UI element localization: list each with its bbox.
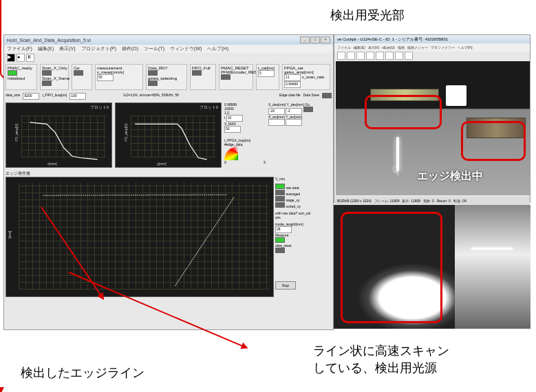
plot-pd-x[interactable]: プロット0 PD_amp[V] x[mm] [6, 102, 112, 168]
run-icon[interactable]: ▶ [7, 54, 15, 62]
sortedxy-led[interactable] [275, 202, 285, 208]
cam-tool-7[interactable] [395, 52, 403, 60]
yact-val [286, 119, 302, 126]
object-silhouette [455, 205, 530, 329]
scanrate-input[interactable]: 0.99499 [284, 81, 301, 88]
avg-led[interactable] [275, 190, 285, 195]
window-title: Hold_Scan_And_Data_Acquisition_5.vi [7, 38, 91, 43]
cam-status-bar: BGRAB (1280 x 1024) フレーム: 11809 表示: 1180… [334, 197, 530, 205]
datasave-led[interactable] [322, 93, 332, 98]
vmax-input[interactable]: 50 [224, 126, 241, 133]
pfm-led[interactable] [221, 74, 231, 80]
datareset-led[interactable] [275, 248, 285, 253]
t-input[interactable]: 10 [226, 115, 243, 122]
datasize-input[interactable]: 8200 [23, 93, 39, 100]
gdata-led[interactable] [148, 80, 158, 86]
pmac-led [8, 70, 17, 76]
fifoloop-label: t_FIFO_loop[us] [42, 93, 67, 100]
cw-led[interactable] [74, 70, 83, 76]
titlebar[interactable]: Hold_Scan_And_Data_Acquisition_5.vi _ □ … [4, 35, 333, 45]
cam-tool-1[interactable] [337, 52, 345, 60]
stagexy-led[interactable] [275, 196, 285, 202]
cam-tool-5[interactable] [376, 52, 384, 60]
menu-operate[interactable]: 操作(O) [122, 45, 138, 52]
cam-menu-file[interactable]: ファイル [337, 45, 351, 50]
xy-panel: X_des[mm] Y_des[mm] Go -20 -2 X_act[mm] … [268, 102, 317, 168]
cam-menu-edit[interactable]: 編集(E) [354, 45, 365, 50]
cw-group: Cw [72, 64, 92, 90]
pause-icon[interactable]: ⏸ [26, 54, 34, 62]
initialized-label: Initialized [8, 76, 35, 80]
meas-group: measurement v_meas[mm/s] 50 [95, 64, 143, 90]
cam-tool-6[interactable] [385, 52, 394, 60]
cam-menu-measure[interactable]: 描画メジャー [407, 45, 428, 50]
edge-line-diagonal [175, 197, 234, 285]
menu-project[interactable]: プロジェクト(P) [81, 45, 116, 52]
galvo-input[interactable]: 11 [284, 74, 301, 81]
menu-window[interactable]: ウィンドウ(W) [170, 45, 202, 52]
xdes-input[interactable]: -20 [268, 108, 285, 115]
min-button[interactable]: _ [300, 36, 310, 43]
edge-plot-label: エッジ発生後 [6, 171, 30, 175]
cam-menubar: ファイル 編集(E) 表示(V) uEye(U) 描画 描画メジャー プロファイ… [334, 43, 530, 52]
stop-button[interactable]: Stop [275, 281, 296, 290]
inside-input[interactable]: 28 [275, 226, 292, 233]
pmac-group: PMAC_ready Initialized [6, 64, 37, 90]
annotation-top: 検出用受光部 [330, 7, 405, 23]
ydes-input[interactable]: -2 [286, 108, 302, 115]
cam-tool-8[interactable] [405, 52, 413, 60]
yes-label[interactable]: yes [275, 215, 281, 219]
menu-view[interactable]: 表示(V) [59, 45, 75, 52]
edgefile-label: Edge data file [279, 93, 301, 100]
overlay-edge-detecting: エッジ検出中 [417, 169, 483, 184]
controls-row-2: data_size 8200 t_FIFO_loop[us] 100 ILD=1… [4, 91, 333, 101]
plot-pd-y[interactable]: プロット0 PD_amp[V] y[mm] [115, 102, 222, 168]
controls-row-1: PMAC_ready Initialized Scan_X_Only Scan_… [4, 63, 333, 91]
pmac-reset-group: PMAC_RESET PFM/Encoder_RESET [219, 64, 253, 90]
close-button[interactable]: × [321, 36, 330, 43]
cam-tool-4[interactable] [366, 52, 374, 60]
menubar: ファイル(F) 編集(E) 表示(V) プロジェクト(P) 操作(O) ツール(… [4, 45, 333, 53]
cam-menu-ueye[interactable]: uEye(U) [382, 45, 394, 50]
highlight-box-detector-2 [461, 121, 526, 161]
scanrate-label: v_scan_rate [302, 75, 325, 79]
cam-toolbar [334, 52, 530, 60]
t-label: t [224, 116, 225, 120]
highlight-box-lightsource [341, 212, 442, 323]
plot-edge[interactable]: [test] [6, 177, 274, 297]
cam-menu-view[interactable]: 表示(V) [368, 45, 380, 50]
main-window: Hold_Scan_And_Data_Acquisition_5.vi _ □ … [3, 34, 334, 330]
cam-tool-2[interactable] [347, 52, 355, 60]
status-grab: BGRAB (1280 x 1024) [337, 199, 372, 203]
cam-tool-3[interactable] [356, 52, 365, 60]
annotation-edgeline: 検出したエッジライン [21, 364, 144, 381]
plot-side-panel: V_min raw data averaged stage_xy sorted_… [275, 177, 318, 297]
plot3-ylabel: [test] [8, 231, 12, 239]
plot2-title: プロット0 [200, 105, 218, 111]
go-button[interactable] [303, 107, 313, 112]
max-button[interactable]: □ [310, 36, 320, 43]
xdes-label: X_des[mm] [268, 102, 286, 107]
datasave-label: Data Save [303, 93, 319, 100]
status-recon: Recon: 0 [437, 199, 451, 203]
cam-title: ve Cockpit - U124xSE-C - ID: 1 - シリアル番号:… [337, 36, 448, 43]
menu-edit[interactable]: 編集(E) [38, 45, 54, 52]
stop-icon[interactable]: ● [17, 54, 25, 62]
menu-file[interactable]: ファイル(F) [7, 45, 32, 52]
tcal-input[interactable]: 5 [258, 70, 275, 77]
scanxname-led[interactable] [42, 80, 52, 86]
fifoloop-input[interactable]: 100 [69, 93, 86, 100]
status-fail: 失敗: 0 [423, 199, 434, 203]
measure-led[interactable] [275, 237, 285, 243]
cam-menu-draw[interactable]: 描画 [398, 45, 405, 50]
cam-menu-profiler[interactable]: プロファイラー [431, 45, 455, 50]
cam-menu-help[interactable]: ヘルプ(H) [458, 45, 473, 50]
menu-help[interactable]: ヘルプ(H) [207, 45, 228, 52]
cam-titlebar[interactable]: ve Cockpit - U124xSE-C - ID: 1 - シリアル番号:… [334, 35, 530, 43]
datardy-led [148, 70, 158, 76]
vmeas-input[interactable]: 50 [97, 74, 114, 81]
scanx-led[interactable] [42, 70, 52, 76]
data-rdy-group: Data_RDY gdata_selecting [146, 64, 187, 90]
menu-tool[interactable]: ツール(T) [144, 45, 164, 52]
rawdata-led[interactable] [275, 184, 285, 189]
